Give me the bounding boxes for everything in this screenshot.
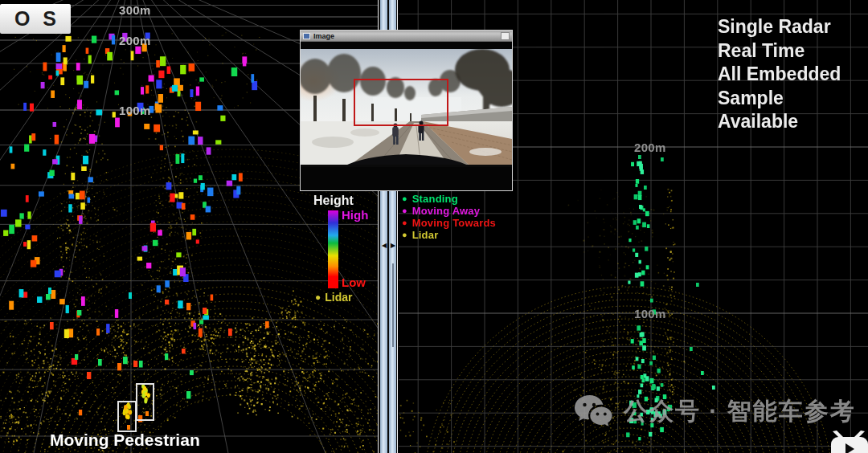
image-window-icon: [303, 33, 310, 39]
legend-item-standing: ● Standing: [402, 193, 496, 204]
height-low-label: Low: [342, 275, 366, 289]
height-legend-title: Height: [313, 194, 354, 208]
tv-logo-icon: [829, 431, 868, 453]
left-distance-label-300m: 300m: [119, 3, 151, 17]
moving-towards-bullet-icon: ●: [402, 218, 407, 227]
lidar-legend-row: ● Lidar: [315, 291, 352, 304]
lidar-legend-label: Lidar: [325, 291, 352, 304]
scroll-right-arrow-icon[interactable]: ▶: [391, 243, 395, 249]
image-window-title: Image: [313, 32, 334, 40]
pedestrian-highlight-box: [136, 383, 154, 421]
headline-line-1: Single Radar: [718, 15, 868, 39]
splitter-thumb[interactable]: [392, 263, 394, 347]
height-colorbar: [328, 210, 338, 288]
app-stage: O S 300m 200m 100m 200m 100m ◀ ▶ Image: [0, 0, 868, 453]
right-distance-label-100m: 100m: [634, 307, 666, 320]
legend-item-moving-towards: ● Moving Towards: [402, 217, 496, 228]
moving-away-bullet-icon: ●: [402, 206, 407, 215]
lidar-bullet-icon: ●: [315, 292, 321, 302]
logo-letter-s: S: [43, 7, 56, 31]
image-window-titlebar[interactable]: Image: [301, 31, 512, 42]
wechat-icon: [574, 394, 616, 429]
watermark-text: 公众号 · 智能车参考: [624, 395, 856, 428]
pedestrian-highlight-box: [117, 401, 137, 432]
headline: Single Radar Real Time All Embedded Samp…: [718, 15, 868, 134]
watermark: 公众号 · 智能车参考: [574, 394, 856, 429]
standing-bullet-icon: ●: [402, 194, 407, 203]
lidar-bullet-icon: ●: [402, 230, 407, 239]
legend-item-lidar: ● Lidar: [402, 229, 496, 240]
legend-item-moving-away: ● Moving Away: [402, 205, 496, 216]
scroll-left-arrow-icon[interactable]: ◀: [382, 243, 387, 249]
headline-line-3: All Embedded: [718, 63, 868, 87]
left-distance-label-200m: 200m: [119, 34, 151, 47]
headline-line-4: Sample Available: [718, 87, 868, 134]
image-window: Image: [301, 31, 512, 190]
status-legend: ● Standing ● Moving Away ● Moving Toward…: [402, 193, 496, 240]
logo: O S: [0, 4, 71, 34]
moving-pedestrian-label: Moving Pedestrian: [50, 431, 200, 450]
logo-letter-o: O: [14, 7, 30, 31]
left-distance-label-100m: 100m: [119, 104, 151, 117]
camera-photo: [301, 49, 512, 167]
close-button[interactable]: [501, 32, 510, 40]
right-distance-label-200m: 200m: [634, 141, 666, 154]
headline-line-2: Real Time: [718, 39, 868, 63]
height-high-label: High: [342, 208, 368, 222]
